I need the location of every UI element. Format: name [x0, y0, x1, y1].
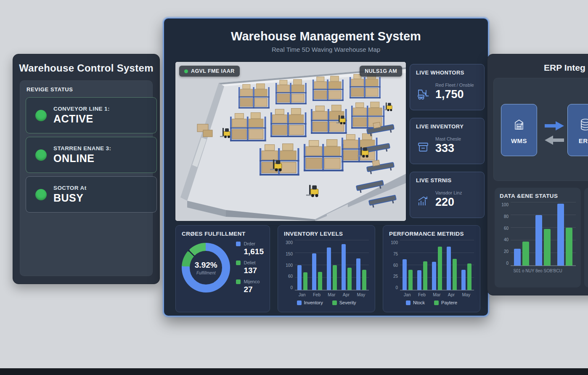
donut-legend-item: Deliet 137 — [236, 260, 264, 275]
legend-paytere: Paytere — [434, 300, 457, 305]
donut-center-label: Fulfillment — [196, 271, 216, 275]
bottom-bezel — [0, 368, 588, 375]
status-card-starren[interactable]: STARREN ENANE 3: ONLINE — [26, 137, 157, 173]
erp-label: ERP — [579, 137, 588, 144]
status-label: STARREN ENANE 3: — [53, 145, 111, 152]
x-axis-labels: JanFebMarAprMay — [400, 292, 474, 297]
y-axis-ticks: 100806040200 — [500, 202, 511, 266]
legend-swatch-green — [332, 301, 337, 305]
legend-severity: Severity — [332, 300, 356, 305]
performance-bar-chart — [400, 240, 474, 290]
chart-caption: S01 o NUY 8eo SOB'BCU — [500, 269, 576, 273]
box-icon — [416, 140, 430, 154]
stat-card-live-inventory[interactable]: LIVE INVENTORY Mast Chesle 333 — [410, 118, 485, 164]
fulfillment-donut-chart: 3.92% Fulfillment — [182, 243, 230, 293]
status-value: ACTIVE — [53, 113, 110, 125]
stat-title: LIVE WHONTORS — [416, 69, 478, 76]
stat-title: LIVE INVENTORY — [416, 123, 478, 130]
legend-swatch-green — [236, 261, 241, 265]
warehouse-control-panel: Warehouse Control System REVIGE STATUS C… — [13, 54, 160, 284]
wms-node[interactable]: WMS — [501, 104, 537, 156]
map-badge-agv: AGVL FME IAAR — [179, 66, 240, 77]
status-value: ONLINE — [53, 152, 111, 165]
chart-title: INVENTORY LEVELS — [284, 231, 369, 237]
stat-value: 1,750 — [435, 89, 474, 100]
legend-swatch-blue — [406, 301, 411, 305]
erp-panel-title: ERP Integ — [544, 63, 585, 73]
warehouse-map-scene — [175, 62, 406, 221]
chart-title: PERFORMANCE METRIDS — [389, 231, 474, 237]
status-dot-icon — [35, 149, 47, 161]
main-subtitle: Real Time 5D Waving Warehouse Map — [164, 46, 488, 53]
status-section-title: REVIGE STATUS — [26, 86, 153, 93]
desktop-background: Warehouse Control System REVIGE STATUS C… — [0, 0, 588, 375]
stat-card-live-strnis[interactable]: LIVE STRNIS Vansdor Linz 220 — [410, 172, 485, 218]
x-axis-labels: JanFebMarAprMay — [295, 292, 369, 297]
map-badge-right-label: NULS1G AM — [365, 68, 397, 74]
y-axis-ticks: 300150100600 — [284, 240, 295, 290]
stat-title: LIVE STRNIS — [416, 177, 478, 184]
stat-sublabel: Red Fleet / Onsble — [435, 82, 474, 88]
donut-legend-item: Mijenco 27 — [236, 279, 264, 294]
trend-chart-icon — [416, 194, 430, 208]
map-badge-left-label: AGVL FME IAAR — [191, 68, 235, 74]
building-icon — [511, 116, 527, 133]
erp-integration-panel: ERP Integ WMS — [487, 54, 588, 295]
integration-diagram-card: WMS ERP — [493, 78, 588, 181]
legend-swatch-blue — [236, 242, 241, 246]
data-sync-bar-chart — [511, 202, 576, 266]
donut-center-value: 3.92% — [195, 261, 217, 270]
stat-sublabel: Mast Chesle — [435, 136, 461, 141]
legend-inventory: Inventory — [297, 300, 323, 305]
transactions-table-card: T D 2 2 2 2 2 2 2 — [584, 188, 588, 287]
order-fulfillment-card[interactable]: CRØES FULFILLMENT 3.92% Fulfillment Drde… — [175, 225, 270, 312]
status-dot-icon — [35, 110, 47, 121]
status-card-conveyor[interactable]: CONVEYOR LINE 1: ACTIVE — [26, 97, 157, 133]
donut-legend-item: Drder 1,615 — [236, 241, 264, 256]
map-badge-time: NULS1G AM — [360, 66, 402, 77]
inventory-bar-chart — [295, 240, 369, 290]
stat-sublabel: Vansdor Linz — [435, 190, 462, 195]
status-card-sector[interactable]: SOCTOR At BUSY — [26, 176, 157, 213]
stat-card-live-whontors[interactable]: LIVE WHONTORS Red Fleet / Onsble 1,750 — [410, 64, 485, 110]
data-sync-status-card[interactable]: DATA &ENE STATUS 100806040200 S01 o NUY … — [495, 188, 581, 287]
main-title: Warehouse Management System — [164, 29, 488, 43]
status-dot-icon — [35, 189, 47, 200]
warehouse-management-panel: Warehouse Management System Real Time 5D… — [163, 18, 489, 316]
database-icon — [577, 116, 588, 133]
forklift-icon — [416, 86, 430, 100]
erp-node[interactable]: ERP — [567, 104, 588, 156]
stat-value: 220 — [435, 197, 462, 208]
legend-swatch-green — [434, 301, 439, 305]
y-axis-ticks: 1007560250 — [389, 240, 400, 290]
legend-swatch-blue — [297, 301, 302, 305]
warehouse-3d-map[interactable]: AGVL FME IAAR NULS1G AM — [175, 62, 406, 221]
left-panel-title: Warehouse Control System — [13, 62, 159, 74]
device-status-card: REVIGE STATUS CONVEYOR LINE 1: ACTIVE ST… — [20, 80, 153, 276]
wms-label: WMS — [511, 137, 527, 144]
legend-swatch-green — [236, 279, 241, 284]
stat-value: 333 — [435, 143, 461, 154]
sync-arrows-icon — [542, 118, 567, 148]
status-value: BUSY — [53, 192, 87, 204]
green-dot-icon — [184, 69, 188, 73]
chart-title: CRØES FULFILLMENT — [182, 231, 264, 237]
status-label: SOCTOR At — [53, 185, 87, 191]
performance-metrics-card[interactable]: PERFORMANCE METRIDS 1007560250 JanFebMar… — [383, 225, 480, 312]
status-label: CONVEYOR LINE 1: — [53, 106, 110, 112]
inventory-levels-card[interactable]: INVENTORY LEVELS 300150100600 JanFebMarA… — [278, 225, 375, 312]
chart-title: DATA &ENE STATUS — [500, 193, 576, 199]
legend-ntock: Ntock — [406, 300, 425, 305]
